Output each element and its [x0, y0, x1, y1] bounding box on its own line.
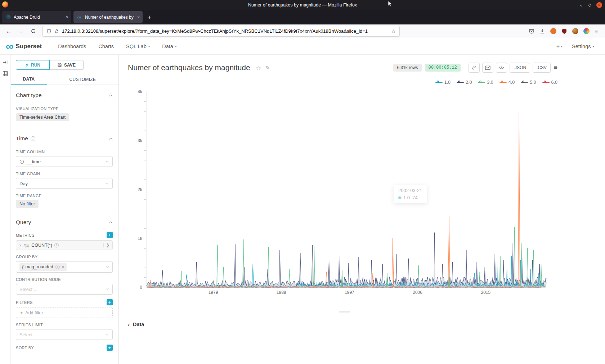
superset-favicon-icon: ∞ [76, 14, 82, 20]
forward-button[interactable]: → [16, 26, 26, 36]
data-section-toggle[interactable]: › Data [128, 321, 144, 327]
info-icon: i [31, 136, 35, 141]
chevron-right-icon[interactable]: ❯ [103, 243, 109, 247]
contribution-select[interactable]: Select ... [16, 284, 113, 295]
tracking-shield-icon[interactable] [46, 29, 51, 34]
new-tab-button[interactable]: + [145, 14, 154, 21]
section-chart-type[interactable]: Chart type [16, 92, 113, 99]
caret-down-icon: ▾ [561, 45, 563, 48]
resize-handle[interactable] [339, 311, 350, 314]
window-maximize-icon[interactable]: ◇ [588, 3, 591, 7]
extension-pinwheel-icon[interactable] [583, 28, 590, 34]
time-range-value[interactable]: No filter [16, 200, 39, 208]
add-sort-button[interactable]: + [107, 345, 113, 351]
group-by-chip[interactable]: f mag_rounded ? × [19, 263, 67, 271]
tab-customize[interactable]: CUSTOMIZE [47, 74, 118, 85]
settings-menu[interactable]: Settings▾ [572, 44, 594, 49]
chart-tooltip: 2002-03-21 1.0: 74 [394, 185, 427, 203]
add-metric-button[interactable]: + [107, 232, 113, 238]
link-icon [471, 65, 476, 70]
app-menu-icon[interactable]: ≡ [595, 28, 598, 35]
tab-data[interactable]: DATA [11, 74, 47, 85]
lock-icon[interactable] [54, 29, 59, 33]
group-by-select[interactable]: f mag_rounded ? × [16, 261, 113, 273]
nav-sql-lab[interactable]: SQL Lab▾ [126, 44, 150, 49]
legend-item[interactable]: 6.0 [542, 80, 557, 85]
expand-panel-icon[interactable] [3, 60, 8, 65]
nav-dashboards[interactable]: Dashboards [58, 44, 86, 49]
browser-tab-superset[interactable]: ∞ Numer of earthquakes by × [73, 11, 143, 23]
druid-favicon-icon [5, 14, 11, 20]
chart-header: Numer of earthquakes by magnitude ☆ ✎ 6.… [128, 63, 557, 73]
chevron-up-icon[interactable] [109, 137, 113, 140]
url-text[interactable]: 172.18.0.3:32108/superset/explore/?form_… [62, 28, 388, 34]
viz-type-value[interactable]: Time-series Area Chart [16, 113, 69, 121]
privacy-badger-icon[interactable] [550, 28, 556, 34]
clock-icon [19, 159, 24, 164]
email-report-button[interactable] [482, 63, 493, 73]
save-button[interactable]: SAVE [50, 60, 84, 70]
browser-tab-druid[interactable]: Apache Druid × [2, 11, 71, 23]
header-right: +▾ Settings▾ [556, 43, 599, 50]
legend-item[interactable]: 1.0 [435, 80, 451, 85]
add-filter-plus-button[interactable]: + [107, 299, 113, 305]
mail-icon [485, 65, 490, 70]
ublock-icon[interactable] [561, 28, 567, 34]
new-item-button[interactable]: +▾ [556, 43, 563, 50]
chevron-up-icon[interactable] [109, 221, 113, 224]
embed-code-button[interactable]: </> [496, 63, 507, 73]
chevron-right-icon: › [128, 321, 130, 327]
legend-item[interactable]: 2.0 [457, 80, 472, 85]
run-button[interactable]: RUN [16, 60, 50, 70]
nav-charts[interactable]: Charts [98, 44, 114, 49]
divider [16, 128, 113, 128]
add-filter-button[interactable]: + Add filter [16, 308, 113, 318]
remove-metric-icon[interactable]: × [19, 243, 21, 247]
svg-text:0: 0 [140, 285, 142, 290]
tab-close-icon[interactable]: × [137, 15, 140, 20]
remove-chip-icon[interactable]: × [62, 265, 64, 269]
chart-canvas[interactable]: 01k2k3k4k19791988199720062015 2002-03-21… [128, 89, 564, 305]
metric-chip[interactable]: × f(x) COUNT(*) ? ❯ [16, 240, 113, 250]
export-json-button[interactable]: .JSON [510, 63, 530, 73]
time-column-select[interactable]: __time [16, 156, 113, 167]
chevron-down-icon [106, 333, 109, 336]
chevron-up-icon[interactable] [109, 94, 113, 97]
brand-name: Superset [15, 43, 42, 50]
timeseries-area-chart[interactable]: 01k2k3k4k19791988199720062015 [128, 89, 564, 305]
reload-button[interactable] [28, 26, 38, 36]
window-close-button[interactable]: × [596, 2, 602, 8]
screen: Numer of earthquakes by magnitude — Mozi… [0, 0, 605, 364]
series-limit-select[interactable]: Select ... [16, 329, 113, 340]
bookmark-star-icon[interactable]: ☆ [391, 28, 396, 34]
legend-item[interactable]: 5.0 [521, 80, 536, 85]
back-button[interactable]: ← [4, 26, 14, 36]
tab-label: Numer of earthquakes by [85, 15, 134, 20]
section-query[interactable]: Query [16, 219, 113, 226]
dataset-grid-icon[interactable] [3, 71, 8, 76]
time-grain-label: TIME GRAIN [16, 172, 113, 176]
chevron-down-icon [106, 160, 109, 163]
pocket-icon[interactable] [529, 28, 534, 34]
mouse-cursor [387, 1, 393, 7]
legend-item[interactable]: 3.0 [478, 80, 493, 85]
window-minimize-icon[interactable]: ⌄ [579, 3, 583, 7]
save-disk-icon [57, 63, 62, 67]
legend-marker [499, 80, 507, 85]
section-time[interactable]: Time i [16, 135, 113, 142]
export-csv-button[interactable]: .CSV [533, 63, 551, 73]
chart-legend: 1.0 2.0 3.0 4.0 5.0 6.0 [435, 80, 557, 85]
favorite-star-icon[interactable]: ☆ [256, 64, 261, 71]
account-avatar[interactable] [572, 28, 578, 34]
share-link-button[interactable] [469, 63, 480, 73]
url-bar[interactable]: 172.18.0.3:32108/superset/explore/?form_… [42, 26, 400, 37]
divider [16, 214, 113, 214]
tab-close-icon[interactable]: × [66, 15, 68, 20]
legend-item[interactable]: 4.0 [499, 80, 515, 85]
edit-pencil-icon[interactable]: ✎ [265, 65, 270, 70]
time-grain-select[interactable]: Day [16, 178, 113, 189]
chart-menu-icon[interactable]: ≡ [554, 64, 557, 71]
downloads-icon[interactable] [539, 28, 545, 34]
nav-data[interactable]: Data▾ [162, 44, 176, 49]
superset-logo[interactable]: ∞ Superset [6, 41, 42, 52]
